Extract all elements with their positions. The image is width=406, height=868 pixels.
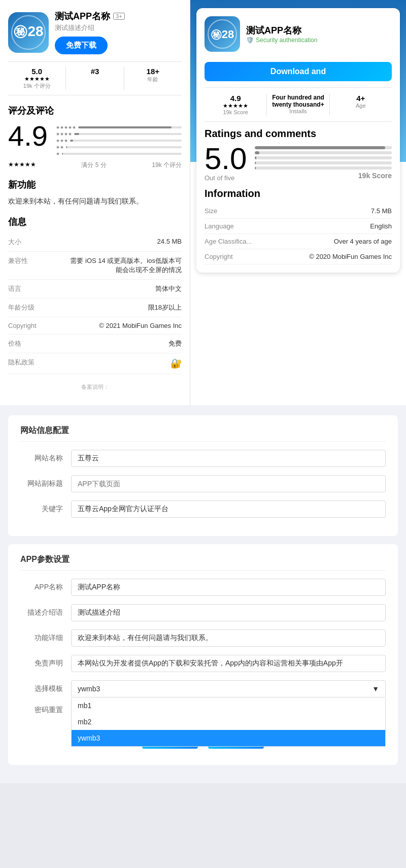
features-input[interactable] (71, 629, 386, 647)
info-value-price: 免费 (168, 339, 182, 348)
stat-age-label: 年龄 (124, 76, 182, 83)
right-bar-track-1 (255, 166, 392, 170)
right-info-value-age: Over 4 years of age (334, 238, 392, 245)
info-label-size: 大小 (8, 238, 44, 247)
right-info-value-size: 7.5 MB (371, 207, 392, 215)
new-features-title: 新功能 (8, 179, 182, 191)
bar-track-5 (78, 126, 182, 128)
template-select-wrapper[interactable]: ywmb3 ▼ mb1 mb2 ywmb3 (71, 680, 386, 697)
right-bar-track-5 (255, 146, 392, 149)
site-subtitle-row: 网站副标题 (20, 475, 386, 492)
info-value-copyright: © 2021 MobiFun Games Inc (99, 322, 182, 329)
right-stat-age-value: 4+ (330, 94, 392, 103)
site-subtitle-input[interactable] (71, 475, 386, 492)
right-info-label-age: Age Classifica... (205, 238, 252, 245)
app-params-title: APP参数设置 (20, 554, 386, 571)
template-option-mb1[interactable]: mb1 (72, 697, 385, 714)
security-text: Security authentication (256, 37, 317, 44)
download-btn-left[interactable]: 免费下载 (55, 37, 108, 54)
site-info-title: 网站信息配置 (20, 425, 386, 442)
bar-row-4: ★★★★ (56, 131, 182, 137)
info-row-price: 价格 免费 (8, 335, 182, 353)
reset-label: 密码重置 (20, 706, 71, 715)
stat-rank: #3 (66, 67, 123, 90)
right-bar-track-3 (255, 156, 392, 159)
bar-row-5: ★★★★★ (56, 125, 182, 130)
bar-fill-3 (70, 140, 74, 142)
bar-track-3 (70, 140, 182, 142)
bar-fill-4 (74, 133, 80, 135)
bar-fill-5 (78, 126, 172, 128)
disclaimer-row: 免责声明 (20, 655, 386, 672)
info-value-size: 24.5 MB (157, 238, 182, 245)
shield-icon: 🛡️ (246, 37, 254, 44)
info-row-compat: 兼容性 需要 iOS 14 或更高版本。ios低版本可能会出现不全屏的情况 (8, 252, 182, 280)
info-value-compat: 需要 iOS 14 或更高版本。ios低版本可能会出现不全屏的情况 (70, 256, 182, 275)
info-label-compat: 兼容性 (8, 256, 44, 265)
ratings-title-right: Ratings and comments (205, 128, 392, 140)
ratings-title-left: 评分及评论 (8, 105, 182, 117)
right-bar-1 (255, 166, 392, 170)
right-panel: ㊙28 测试APP名称 🛡️ Security authentication D… (190, 0, 406, 405)
rating-count: 19k 个评分 (152, 161, 182, 170)
template-row: 选择模板 ywmb3 ▼ mb1 mb2 ywmb3 (20, 680, 386, 697)
app-name-row: APP名称 (20, 579, 386, 596)
right-stat-installs-label: Installs (267, 108, 329, 114)
right-stat-rating-value: 4.9 (205, 94, 266, 103)
stat-rating-value: 5.0 (8, 67, 65, 76)
site-name-input[interactable] (71, 450, 386, 467)
template-dropdown: mb1 mb2 ywmb3 (71, 697, 386, 747)
right-bar-track-4 (255, 151, 392, 154)
bar-fill-1 (62, 153, 63, 155)
site-name-row: 网站名称 (20, 450, 386, 467)
right-app-info: 测试APP名称 🛡️ Security authentication (246, 24, 392, 44)
stat-rating-label: 19k 个评分 (8, 82, 65, 90)
info-value-age: 限18岁以上 (148, 303, 182, 312)
stat-age-value: 18+ (124, 67, 182, 76)
info-label-age: 年龄分级 (8, 303, 44, 312)
right-bar-5 (255, 146, 392, 149)
right-stat-installs: Four hundred and twenty thousand+ Instal… (267, 94, 329, 115)
rating-stars-display: ★★★★★ (8, 161, 36, 170)
right-rating-score: 19k Score (255, 172, 392, 180)
info-row-age: 年龄分级 限18岁以上 (8, 298, 182, 317)
stat-rating-stars: ★★★★★ (8, 76, 65, 82)
right-bar-fill-4 (255, 151, 259, 154)
download-btn-right[interactable]: Download and (205, 62, 392, 81)
right-rating-big: 5.0 (205, 144, 247, 174)
right-stat-stars: ★★★★★ (205, 103, 266, 109)
right-bar-fill-1 (255, 166, 255, 170)
app-icon-left: ㊙28 (8, 12, 49, 53)
right-bar-fill-3 (255, 156, 256, 159)
disclaimer-left: 备案说明： (8, 379, 182, 395)
disclaimer-input[interactable] (71, 655, 386, 672)
right-bar-2 (255, 161, 392, 164)
app-name-input[interactable] (71, 579, 386, 596)
right-info-title: Information (205, 188, 392, 199)
right-bars: 19k Score (255, 146, 392, 180)
keywords-row: 关键字 (20, 500, 386, 518)
template-option-mb2[interactable]: mb2 (72, 714, 385, 730)
right-app-header: ㊙28 测试APP名称 🛡️ Security authentication (205, 16, 392, 52)
features-row: 功能详细 (20, 629, 386, 647)
bar-fill-2 (66, 146, 67, 148)
info-value-privacy: 🔐 (171, 358, 182, 369)
stat-rank-value: #3 (66, 67, 123, 76)
disclaimer-label: 免责声明 (20, 659, 71, 668)
keywords-input[interactable] (71, 500, 386, 518)
rating-bars-left: ★★★★★ ★★★★ ★★★ ★★ (56, 125, 182, 158)
right-bar-track-2 (255, 161, 392, 164)
right-info-label-copyright: Copyright (205, 253, 233, 260)
desc-label: 描述介绍语 (20, 608, 71, 617)
info-row-privacy: 隐私政策 🔐 (8, 353, 182, 374)
site-subtitle-label: 网站副标题 (20, 479, 71, 488)
template-select-display[interactable]: ywmb3 ▼ (71, 680, 386, 697)
right-bar-4 (255, 151, 392, 154)
desc-input[interactable] (71, 604, 386, 621)
info-row-size: 大小 24.5 MB (8, 233, 182, 252)
config-section: 网站信息配置 网站名称 网站副标题 关键字 APP参数设置 APP名称 描述介绍… (0, 405, 406, 783)
stat-rating: 5.0 ★★★★★ 19k 个评分 (8, 67, 65, 90)
template-option-ywmb3[interactable]: ywmb3 (72, 730, 385, 746)
features-label: 功能详细 (20, 633, 71, 643)
desc-row: 描述介绍语 (20, 604, 386, 621)
